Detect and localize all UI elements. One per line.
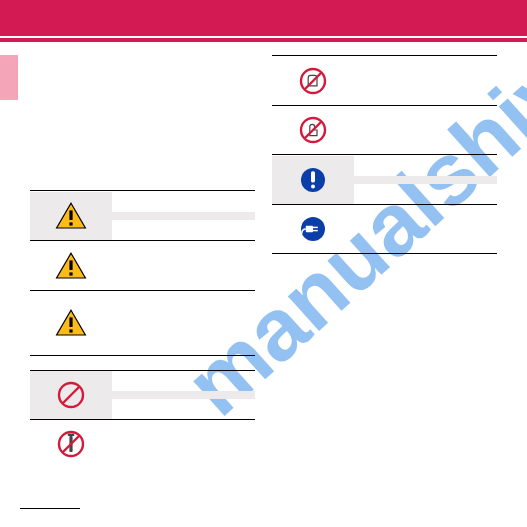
svg-rect-24 <box>306 226 313 232</box>
table-row <box>30 191 255 241</box>
no-wet-hands-icon <box>297 65 329 97</box>
mandatory-exclaim-icon <box>297 164 329 196</box>
right-column <box>272 55 497 254</box>
svg-line-11 <box>63 387 79 403</box>
warning-triangle-icon <box>55 200 87 232</box>
table-row <box>30 291 255 356</box>
no-disassemble-icon <box>55 428 87 460</box>
table-row <box>30 420 255 468</box>
left-column <box>30 190 255 468</box>
svg-rect-6 <box>69 272 72 275</box>
table-row <box>30 371 255 420</box>
svg-point-22 <box>311 184 315 188</box>
svg-rect-2 <box>69 210 72 220</box>
svg-rect-14 <box>68 434 74 436</box>
warning-triangle-icon <box>55 250 87 282</box>
no-touch-icon <box>297 114 329 146</box>
table-row <box>30 241 255 291</box>
table-row <box>272 56 497 106</box>
table-row <box>272 155 497 205</box>
table-row <box>272 106 497 155</box>
table-row <box>272 205 497 254</box>
svg-rect-8 <box>69 317 72 327</box>
svg-rect-9 <box>69 329 72 332</box>
prohibition-icon <box>55 379 87 411</box>
side-tab <box>0 55 18 100</box>
svg-rect-21 <box>311 171 315 182</box>
footer-rule <box>20 508 80 509</box>
svg-rect-3 <box>69 222 72 225</box>
header-band <box>0 0 527 42</box>
warning-triangle-icon <box>55 307 87 339</box>
unplug-icon <box>297 213 329 245</box>
svg-rect-5 <box>69 260 72 270</box>
